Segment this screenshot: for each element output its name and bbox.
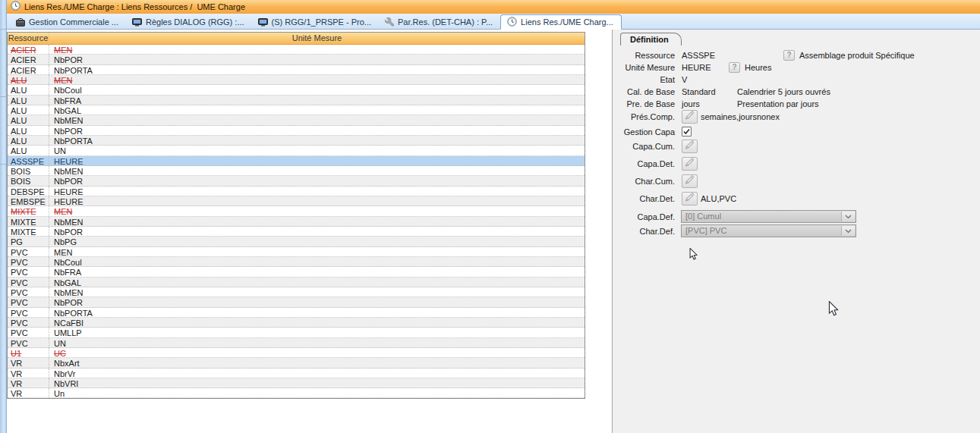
char-det-edit-button[interactable] xyxy=(682,192,698,206)
cell-unite-mesure: NbPOR xyxy=(49,227,585,236)
cell-ressource: ALU xyxy=(8,75,49,84)
cell-unite-mesure: NbCoul xyxy=(49,85,585,94)
tab-label: (S) RGG/1_PRSPE - Pro... xyxy=(272,17,371,27)
table-row[interactable]: VRUn xyxy=(8,388,585,398)
table-row[interactable]: ALUNbMEN xyxy=(8,115,585,125)
char-cum-label: Char.Cum. xyxy=(622,175,675,187)
table-row[interactable]: ACIERNbPOR xyxy=(8,55,585,64)
table-row[interactable]: ALUNbPOR xyxy=(8,126,585,136)
tab-liens-res-ume-charg[interactable]: Liens Res./UME Charg... xyxy=(500,14,622,30)
etat-value[interactable]: V xyxy=(682,74,687,86)
cell-unite-mesure: NbFRA xyxy=(49,267,585,276)
table-row[interactable]: PVCNbPORTA xyxy=(8,308,585,318)
tab-label: Gestion Commerciale ... xyxy=(29,17,118,27)
cell-unite-mesure: NbPOR xyxy=(49,297,585,306)
cell-ressource: VR xyxy=(8,369,49,378)
monitor-icon xyxy=(258,18,268,27)
cell-ressource: ALU xyxy=(8,115,49,124)
pre-de-base-description: Presentation par jours xyxy=(737,98,819,110)
table-row[interactable]: DEBSPEHEURE xyxy=(8,187,585,196)
table-row[interactable]: VRNbxArt xyxy=(8,358,585,368)
cell-ressource: PVC xyxy=(8,287,49,297)
cell-ressource: MIXTE xyxy=(8,206,49,215)
cell-ressource: VR xyxy=(8,358,49,367)
column-header-ressource[interactable]: Ressource xyxy=(8,33,49,44)
pencil-icon xyxy=(685,175,695,187)
tab-definition[interactable]: Définition xyxy=(620,33,682,45)
table-row[interactable]: ALUMEN xyxy=(8,75,585,85)
table-row[interactable]: PVCUN xyxy=(8,338,585,348)
table-row[interactable]: PGNbPG xyxy=(8,237,585,246)
cell-unite-mesure: NbMEN xyxy=(49,217,585,226)
cell-unite-mesure: NbxArt xyxy=(49,358,585,367)
field-row-char-cum: Char.Cum. xyxy=(622,175,975,187)
pres-comp-label: Prés.Comp. xyxy=(622,111,675,123)
tab-gestion-commerciale[interactable]: Gestion Commerciale ... xyxy=(10,16,126,29)
cell-ressource: MIXTE xyxy=(8,227,49,236)
table-row[interactable]: PVCNbFRA xyxy=(8,267,585,277)
table-row[interactable]: U1UC xyxy=(8,348,585,358)
table-row[interactable]: ALUNbPORTA xyxy=(8,136,585,146)
ressource-value[interactable]: ASSSPE xyxy=(682,49,715,61)
column-header-unite-mesure[interactable]: Unité Mesure xyxy=(49,33,585,44)
ressource-help-button[interactable]: ? xyxy=(783,50,795,61)
capa-def-dropdown[interactable]: [0] Cumul xyxy=(681,210,856,223)
table-row[interactable]: EMBSPEHEURE xyxy=(8,196,585,206)
table-row[interactable]: PVCNbGAL xyxy=(8,278,585,287)
table-row[interactable]: ASSSPEHEURE xyxy=(8,156,585,166)
table-row[interactable]: ACIERMEN xyxy=(8,45,585,55)
cell-unite-mesure: NbMEN xyxy=(49,115,585,124)
dock-strip[interactable] xyxy=(0,0,7,433)
table-row[interactable]: PVCMEN xyxy=(8,247,585,257)
table-row[interactable]: PVCNbMEN xyxy=(8,287,585,297)
tab-par-res-det-cha-p[interactable]: Par.Res. (DET-CHA) : P... xyxy=(379,16,500,29)
tab-s-rgg-1-prspe-pro[interactable]: (S) RGG/1_PRSPE - Pro... xyxy=(252,16,379,29)
table-row[interactable]: MIXTENbPOR xyxy=(8,227,585,237)
table-row[interactable]: PVCNbPOR xyxy=(8,297,585,307)
pres-comp-edit-button[interactable] xyxy=(682,110,698,124)
cell-unite-mesure: UMLLP xyxy=(49,328,585,337)
pencil-icon xyxy=(685,193,695,205)
gestion-capa-checkbox[interactable] xyxy=(682,127,692,136)
table-row[interactable]: PVCUMLLP xyxy=(8,328,585,337)
unite-mesure-help-button[interactable]: ? xyxy=(729,62,740,73)
gestion-capa-label: Gestion Capa xyxy=(622,126,675,138)
table-row[interactable]: BOISNbPOR xyxy=(8,176,585,186)
tab-label: Liens Res./UME Charg... xyxy=(521,17,613,27)
unite-mesure-value[interactable]: HEURE xyxy=(682,61,711,74)
pre-de-base-value[interactable]: jours xyxy=(682,98,700,110)
cell-ressource: ALU xyxy=(8,85,49,94)
char-cum-edit-button[interactable] xyxy=(682,174,698,188)
char-def-dropdown[interactable]: [PVC] PVC xyxy=(681,224,856,237)
table-row[interactable]: ALUNbFRA xyxy=(8,96,585,105)
cell-ressource: PVC xyxy=(8,257,49,266)
table-row[interactable]: VRNbrVr xyxy=(8,369,585,378)
field-row-gestion-capa: Gestion Capa xyxy=(622,126,975,138)
definition-panel: Définition Ressource ASSSPE ? Assemblage… xyxy=(613,30,980,433)
table-row[interactable]: MIXTENbMEN xyxy=(8,217,585,227)
table-row[interactable]: PVCNCaFBI xyxy=(8,318,585,328)
cal-de-base-value[interactable]: Standard xyxy=(682,86,716,98)
table-row[interactable]: ACIERNbPORTA xyxy=(8,65,585,75)
char-def-label: Char.Def. xyxy=(622,225,675,237)
cell-unite-mesure: HEURE xyxy=(49,187,585,196)
table-row[interactable]: ALUNbCoul xyxy=(8,85,585,95)
cell-ressource: PVC xyxy=(8,278,49,287)
tab-r-gles-dialog-rgg[interactable]: Règles DIALOG (RGG) :... xyxy=(126,16,252,29)
unite-mesure-description: Heures xyxy=(745,61,771,74)
cell-unite-mesure: UC xyxy=(49,348,585,357)
capa-cum-edit-button[interactable] xyxy=(682,140,698,153)
capa-det-edit-button[interactable] xyxy=(682,157,698,171)
table-row[interactable]: ALUUN xyxy=(8,146,585,155)
cell-ressource: PVC xyxy=(8,308,49,317)
table-row[interactable]: ALUNbGAL xyxy=(8,105,585,115)
cell-unite-mesure: NbMEN xyxy=(49,166,585,175)
table-row[interactable]: PVCNbCoul xyxy=(8,257,585,267)
table-row[interactable]: MIXTEMEN xyxy=(8,206,585,216)
cell-ressource: VR xyxy=(8,388,49,397)
cell-unite-mesure: NCaFBI xyxy=(49,318,585,327)
table-row[interactable]: VRNbVRI xyxy=(8,378,585,388)
table-row[interactable]: BOISNbMEN xyxy=(8,166,585,176)
cell-ressource: PVC xyxy=(8,247,49,256)
field-row-pres-comp: Prés.Comp. semaines,joursnonex xyxy=(622,111,975,123)
